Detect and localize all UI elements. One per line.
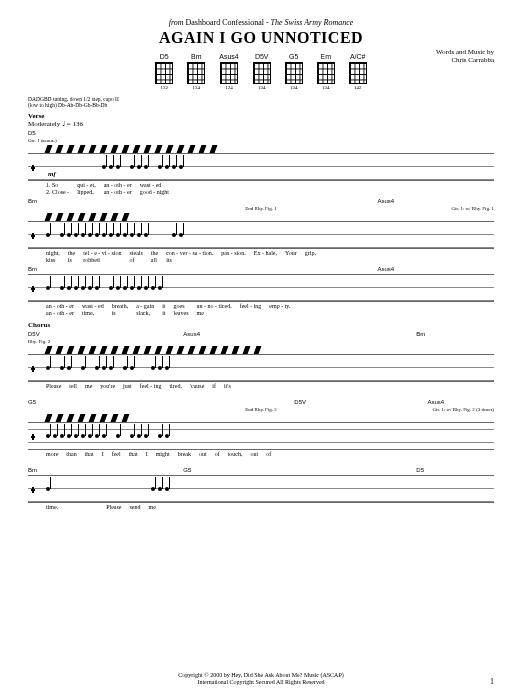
chord-diagram: D5132: [155, 53, 173, 90]
source-line: from Dashboard Confessional - The Swiss …: [28, 18, 494, 27]
copyright-footer: Copyright © 2000 by Hey, Did She Ask Abo…: [0, 672, 522, 686]
verse-label: Verse: [28, 112, 494, 120]
chorus-system-2: G5D5VAsus4 End Rhy. Fig. 2Gtr. 1: w/ Rhy…: [28, 399, 494, 465]
tuning-note: DADGBD tuning, down 1/2 step, capo II (l…: [28, 96, 494, 108]
chord-diagrams: D5132Bm134Asus4124D5V134G5134Em134A/C#14…: [28, 53, 494, 90]
chord-diagram: Asus4124: [219, 53, 238, 90]
chorus-system-1: D5VAsus4Bm Rhy. Fig. 2 Pleasetellmeyou'r…: [28, 331, 494, 397]
chord-diagram: D5V134: [253, 53, 271, 90]
chord-diagram: Bm134: [187, 53, 205, 90]
chord-diagram: A/C#142: [349, 53, 367, 90]
chorus-system-3: BmG5D5 time.Pleasesendme: [28, 467, 494, 518]
tempo-marking: Moderately ♩ = 136: [28, 120, 494, 128]
song-title: AGAIN I GO UNNOTICED: [28, 29, 494, 47]
chord-diagram: G5134: [285, 53, 303, 90]
credits: Words and Music by Chris Carrabba: [436, 48, 494, 65]
verse-system-3: BmAsus4 an - oth - eran - oth - erwast -…: [28, 266, 494, 317]
verse-system-2: BmAsus4 End Rhy. Fig. 1Gtr. 1: w/ Rhy. F…: [28, 198, 494, 264]
verse-system-1: D5 Gtr. 1 (acous.) mf 1. So2. Close -qui…: [28, 130, 494, 196]
chord-diagram: Em134: [317, 53, 335, 90]
staff: mf: [28, 153, 494, 181]
page-number: 1: [490, 677, 494, 686]
chorus-label: Chorus: [28, 321, 494, 329]
